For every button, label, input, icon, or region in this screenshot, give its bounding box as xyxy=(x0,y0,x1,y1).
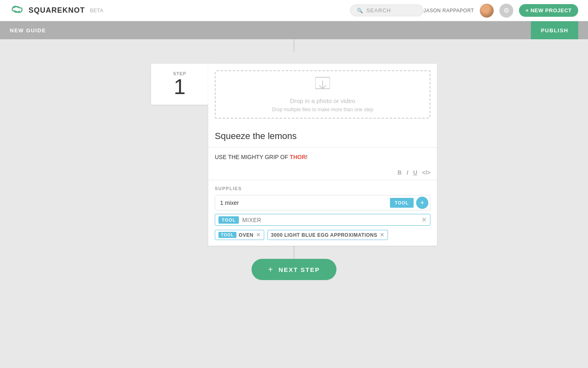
search-bar[interactable]: 🔍 SEARCH xyxy=(350,4,423,16)
main-content: STEP 1 Drop in a photo or video Drop m xyxy=(0,39,588,280)
italic-button[interactable]: I xyxy=(407,169,408,176)
step-number-box: STEP 1 xyxy=(151,64,208,105)
avatar-image xyxy=(480,4,494,18)
oven-tag-label: TOOL xyxy=(218,232,236,238)
bottom-connector-line xyxy=(294,246,294,259)
code-button[interactable]: </> xyxy=(422,169,430,176)
content-wrapper: STEP 1 Drop in a photo or video Drop m xyxy=(0,39,588,280)
avatar[interactable] xyxy=(480,4,494,18)
drop-text-sub: Drop multiple files to make more than on… xyxy=(272,107,373,112)
supplies-label: SUPPLIES xyxy=(215,186,430,191)
next-step-label: NEXT STEP xyxy=(278,266,320,273)
step-description-area[interactable]: USE THE MIGHTY GRIP OF THOR! B I U </> xyxy=(208,148,437,180)
publish-button[interactable]: PUBLISH xyxy=(531,21,578,39)
bold-button[interactable]: B xyxy=(398,169,402,176)
download-icon xyxy=(315,76,330,95)
nav-right: JASON RAPPAPORT ⚙ + NEW PROJECT xyxy=(423,4,578,18)
drop-zone[interactable]: Drop in a photo or video Drop multiple f… xyxy=(215,70,430,119)
step-row: STEP 1 Drop in a photo or video Drop m xyxy=(151,64,437,246)
supply-tag-input[interactable] xyxy=(242,217,418,223)
user-name: JASON RAPPAPORT xyxy=(423,8,474,13)
eggs-remove-button[interactable]: ✕ xyxy=(380,232,384,238)
oven-tag-name: OVEN xyxy=(239,232,254,238)
supply-tag-oven: TOOL OVEN ✕ xyxy=(215,230,264,240)
supply-input-row[interactable]: TOOL + xyxy=(215,195,430,211)
next-step-button[interactable]: + NEXT STEP xyxy=(252,259,336,280)
plus-icon: + xyxy=(420,199,425,207)
text-toolbar: B I U </> xyxy=(398,169,430,176)
step-card: Drop in a photo or video Drop multiple f… xyxy=(208,64,437,246)
gear-icon: ⚙ xyxy=(503,7,509,14)
step-number: 1 xyxy=(174,76,186,97)
oven-remove-button[interactable]: ✕ xyxy=(256,232,261,238)
logo-brand-text: SQUAREKNOT xyxy=(29,6,85,15)
desc-suffix: ! xyxy=(306,154,307,160)
eggs-tag-name: 3000 LIGHT BLUE EGG APPROXIMATIONS xyxy=(271,232,377,238)
logo-beta-label: BETA xyxy=(90,7,103,13)
new-project-button[interactable]: + NEW PROJECT xyxy=(519,4,578,17)
step-description-text: USE THE MIGHTY GRIP OF THOR! xyxy=(215,153,430,162)
add-supply-button[interactable]: + xyxy=(416,197,428,209)
supply-tag-eggs: 3000 LIGHT BLUE EGG APPROXIMATIONS ✕ xyxy=(267,230,388,240)
active-tool-tag: TOOL xyxy=(218,216,239,224)
logo-area: SQUAREKNOT BETA xyxy=(10,4,350,17)
page-title: NEW GUIDE xyxy=(10,27,46,34)
supplies-section: SUPPLIES TOOL + TOOL ✕ xyxy=(208,180,437,246)
tool-badge-button[interactable]: TOOL xyxy=(390,198,414,208)
step-title-input[interactable] xyxy=(208,125,437,148)
search-icon: 🔍 xyxy=(357,8,363,13)
logo-icon xyxy=(10,4,24,17)
drop-text-main: Drop in a photo or video xyxy=(290,97,355,104)
desc-highlight: THOR xyxy=(290,154,306,160)
supply-active-row[interactable]: TOOL ✕ xyxy=(215,214,430,226)
search-label: SEARCH xyxy=(366,7,391,13)
settings-button[interactable]: ⚙ xyxy=(499,4,513,18)
supply-remove-button[interactable]: ✕ xyxy=(421,216,427,224)
sub-navigation: NEW GUIDE PUBLISH xyxy=(0,21,588,39)
underline-button[interactable]: U xyxy=(413,169,417,176)
next-step-plus-icon: + xyxy=(268,265,274,274)
desc-prefix: USE THE MIGHTY GRIP OF xyxy=(215,154,290,160)
supply-tags-row: TOOL OVEN ✕ 3000 LIGHT BLUE EGG APPROXIM… xyxy=(215,230,430,240)
top-navigation: SQUAREKNOT BETA 🔍 SEARCH JASON RAPPAPORT… xyxy=(0,0,588,21)
top-connector-line xyxy=(294,39,294,52)
supply-text-input[interactable] xyxy=(215,195,390,210)
